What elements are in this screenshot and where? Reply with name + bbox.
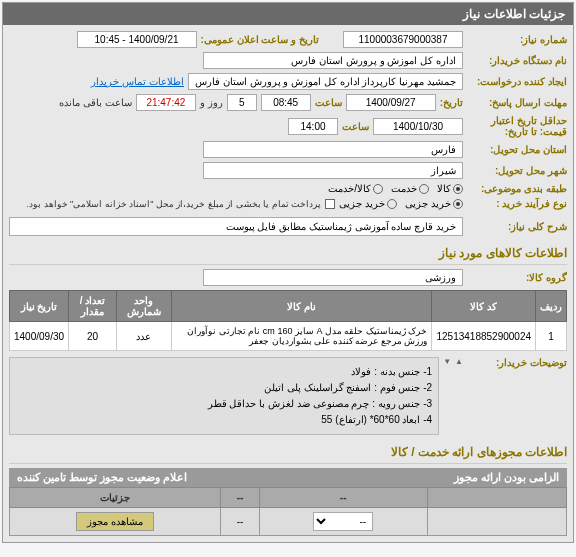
process-label: نوع فرآیند خرید : (467, 198, 567, 209)
permits-col1: -- (259, 488, 427, 508)
radio-icon (373, 184, 383, 194)
date-lbl-1: تاریخ: (440, 97, 463, 108)
view-permit-button[interactable]: مشاهده مجوز (76, 512, 154, 531)
permits-cell-empty (427, 508, 566, 536)
permit-select[interactable]: -- (313, 512, 373, 531)
radio-icon (419, 184, 429, 194)
cell-unit: عدد (116, 322, 171, 351)
radio-goods[interactable]: کالا (437, 183, 463, 194)
permits-col3: جزئیات (10, 488, 221, 508)
desc-label: شرح کلی نیاز: (467, 221, 567, 232)
permits-cell-select: -- (259, 508, 427, 536)
row-process: نوع فرآیند خرید : خرید جزیی خرید جزیی پر… (9, 198, 567, 209)
deadline-label: مهلت ارسال پاسخ: (467, 97, 567, 108)
note-line: 4- ابعاد 60*60* (ارتفاع) 55 (16, 412, 432, 428)
note-line: 1- جنس بدنه : فولاد (16, 364, 432, 380)
items-table: ردیف کد کالا نام کالا واحد شمارش تعداد /… (9, 290, 567, 351)
days-remain: 5 (227, 94, 257, 111)
cell-date: 1400/09/30 (10, 322, 69, 351)
permits-col2: -- (221, 488, 259, 508)
deadline-date: 1400/09/27 (346, 94, 436, 111)
permits-cell-btn: مشاهده مجوز (10, 508, 221, 536)
note-line: 3- جنس رویه : چرم مصنوعی ضد لغزش با حداق… (16, 396, 432, 412)
col-name: نام کالا (171, 291, 432, 322)
row-group: گروه کالا: ورزشی (9, 269, 567, 286)
radio-proc2[interactable]: خرید جزیی (339, 198, 397, 209)
credit-date: 1400/10/30 (373, 118, 463, 135)
treasury-checkbox[interactable] (325, 199, 335, 209)
permits-sub-header: الزامی بودن ارائه مجوز اعلام وضعیت مجوز … (9, 468, 567, 487)
creator-value: جمشید مهرنیا کارپرداز اداره کل اموزش و پ… (188, 73, 463, 90)
group-label: گروه کالا: (467, 272, 567, 283)
announce-value: 1400/09/21 - 10:45 (77, 31, 197, 48)
cell-code: 12513418852900024 (432, 322, 536, 351)
row-category: طبقه بندی موضوعی: کالا خدمت کالا/خدمت (9, 183, 567, 194)
row-need-no: شماره نیاز: 1100003679000387 تاریخ و ساع… (9, 31, 567, 48)
row-notes: توضیحات خریدار: ▲ ▼ 1- جنس بدنه : فولاد … (9, 357, 567, 435)
col-unit: واحد شمارش (116, 291, 171, 322)
row-credit: حداقل تاریخ اعتبار قیمت: تا تاریخ: 1400/… (9, 115, 567, 137)
radio-icon (453, 199, 463, 209)
col-row: ردیف (536, 291, 567, 322)
chevron-down-icon[interactable]: ▼ (443, 357, 451, 366)
creator-label: ایجاد کننده درخواست: (467, 76, 567, 87)
time-remain: 21:47:42 (136, 94, 196, 111)
main-panel: جزئیات اطلاعات نیاز شماره نیاز: 11000036… (2, 2, 574, 543)
remain-lbl: ساعت باقی مانده (59, 97, 132, 108)
panel-body: شماره نیاز: 1100003679000387 تاریخ و ساع… (3, 25, 573, 542)
need-no-label: شماره نیاز: (467, 34, 567, 45)
cell-qty: 20 (69, 322, 117, 351)
cell-name: خرک ژیمناستیک حلقه مدل A سایز 160 cm نام… (171, 322, 432, 351)
radio-icon (453, 184, 463, 194)
notes-box: 1- جنس بدنه : فولاد 2- جنس فوم : اسفنج گ… (9, 357, 439, 435)
buyer-value: اداره کل اموزش و پرورش استان فارس (203, 52, 463, 69)
permits-row: -- -- مشاهده مجوز (10, 508, 567, 536)
city-label: شهر محل تحویل: (467, 165, 567, 176)
announce-label: تاریخ و ساعت اعلان عمومی: (201, 34, 319, 45)
row-deadline: مهلت ارسال پاسخ: تاریخ: 1400/09/27 ساعت … (9, 94, 567, 111)
radio-proc1[interactable]: خرید جزیی (405, 198, 463, 209)
sub-header-right: الزامی بودن ارائه مجوز (454, 471, 559, 484)
table-header-row: ردیف کد کالا نام کالا واحد شمارش تعداد /… (10, 291, 567, 322)
days-lbl: روز و (200, 97, 223, 108)
notes-label: توضیحات خریدار: (467, 357, 567, 368)
permits-header-row: -- -- جزئیات (10, 488, 567, 508)
category-radios: کالا خدمت کالا/خدمت (328, 183, 463, 194)
process-note: پرداخت تمام یا بخشی از مبلغ خرید،از محل … (27, 199, 322, 209)
col-qty: تعداد / مقدار (69, 291, 117, 322)
credit-time: 14:00 (288, 118, 338, 135)
contact-link[interactable]: اطلاعات تماس خریدار (91, 76, 184, 87)
col-date: تاریخ نیاز (10, 291, 69, 322)
group-value: ورزشی (203, 269, 463, 286)
buyer-label: نام دستگاه خریدار: (467, 55, 567, 66)
city-value: شیراز (203, 162, 463, 179)
row-province: استان محل تحویل: فارس (9, 141, 567, 158)
row-buyer: نام دستگاه خریدار: اداره کل اموزش و پرور… (9, 52, 567, 69)
permits-col-empty (427, 488, 566, 508)
sub-header-left: اعلام وضعیت مجوز توسط تامین کننده (17, 471, 187, 484)
row-city: شهر محل تحویل: شیراز (9, 162, 567, 179)
deadline-time: 08:45 (261, 94, 311, 111)
permits-table: -- -- جزئیات -- -- مشاهده مجوز (9, 487, 567, 536)
permits-sub-body: -- -- جزئیات -- -- مشاهده مجوز (9, 487, 567, 536)
desc-value: خرید قارچ ساده آموزشی ژیمناستیک مطابق فا… (9, 217, 463, 236)
province-label: استان محل تحویل: (467, 144, 567, 155)
row-desc: شرح کلی نیاز: خرید قارچ ساده آموزشی ژیمن… (9, 217, 567, 236)
radio-both[interactable]: کالا/خدمت (328, 183, 383, 194)
radio-service[interactable]: خدمت (391, 183, 429, 194)
table-row: 1 12513418852900024 خرک ژیمناستیک حلقه م… (10, 322, 567, 351)
items-section-title: اطلاعات کالاهای مورد نیاز (9, 242, 567, 265)
category-label: طبقه بندی موضوعی: (467, 183, 567, 194)
permits-cell-dash: -- (221, 508, 259, 536)
time-lbl-2: ساعت (342, 121, 369, 132)
need-no-value: 1100003679000387 (343, 31, 463, 48)
province-value: فارس (203, 141, 463, 158)
process-radios: خرید جزیی خرید جزیی (339, 198, 463, 209)
note-line: 2- جنس فوم : اسفنج گراسلینک پلی اتیلن (16, 380, 432, 396)
time-lbl-1: ساعت (315, 97, 342, 108)
credit-label: حداقل تاریخ اعتبار قیمت: تا تاریخ: (467, 115, 567, 137)
panel-header: جزئیات اطلاعات نیاز (3, 3, 573, 25)
permits-section-title: اطلاعات مجوزهای ارائه خدمت / کالا (9, 441, 567, 464)
chevron-up-icon[interactable]: ▲ (455, 357, 463, 366)
cell-row: 1 (536, 322, 567, 351)
